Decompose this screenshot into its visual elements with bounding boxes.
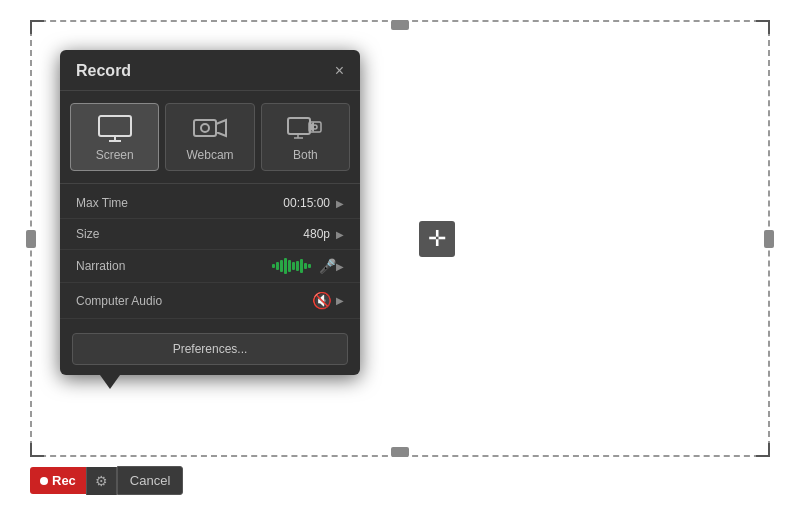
computer-audio-label: Computer Audio bbox=[76, 294, 312, 308]
webcam-icon bbox=[192, 114, 228, 142]
screen-icon bbox=[97, 114, 133, 142]
audio-bar-4 bbox=[284, 258, 287, 274]
narration-arrow[interactable]: ▶ bbox=[336, 261, 344, 272]
corner-bl bbox=[30, 443, 44, 457]
audio-bar-7 bbox=[296, 261, 299, 271]
svg-rect-7 bbox=[288, 118, 310, 134]
dialog-tail bbox=[100, 375, 120, 389]
audio-bar-6 bbox=[292, 262, 295, 270]
corner-br bbox=[756, 443, 770, 457]
max-time-label: Max Time bbox=[76, 196, 283, 210]
edge-handle-top[interactable] bbox=[391, 20, 409, 30]
rec-button[interactable]: Rec bbox=[30, 467, 86, 494]
audio-bar-5 bbox=[288, 260, 291, 272]
corner-tr bbox=[756, 20, 770, 34]
mode-screen-button[interactable]: Screen bbox=[70, 103, 159, 171]
audio-bar-10 bbox=[308, 264, 311, 268]
edge-handle-left[interactable] bbox=[26, 230, 36, 248]
speaker-muted-icon: 🔇 bbox=[312, 291, 332, 310]
audio-bar-2 bbox=[276, 262, 279, 270]
mode-webcam-button[interactable]: Webcam bbox=[165, 103, 254, 171]
mode-screen-label: Screen bbox=[96, 148, 134, 162]
record-dialog: Record × Screen Webcam bbox=[60, 50, 360, 375]
rec-dot bbox=[40, 477, 48, 485]
max-time-value: 00:15:00 bbox=[283, 196, 330, 210]
both-icon bbox=[287, 114, 323, 142]
rec-label: Rec bbox=[52, 473, 76, 488]
mic-icon: 🎤 bbox=[319, 258, 336, 274]
computer-audio-arrow[interactable]: ▶ bbox=[336, 295, 344, 306]
gear-icon: ⚙ bbox=[95, 473, 108, 489]
close-button[interactable]: × bbox=[335, 63, 344, 79]
dialog-header: Record × bbox=[60, 50, 360, 91]
preferences-button[interactable]: Preferences... bbox=[72, 333, 348, 365]
audio-bar-1 bbox=[272, 264, 275, 268]
corner-tl bbox=[30, 20, 44, 34]
settings-section: Max Time 00:15:00 ▶ Size 480p ▶ Narratio… bbox=[60, 183, 360, 323]
max-time-arrow[interactable]: ▶ bbox=[336, 198, 344, 209]
svg-marker-5 bbox=[216, 120, 226, 136]
svg-point-6 bbox=[201, 124, 209, 132]
cancel-button[interactable]: Cancel bbox=[117, 466, 183, 495]
mode-webcam-label: Webcam bbox=[186, 148, 233, 162]
audio-bar-3 bbox=[280, 260, 283, 272]
narration-bar: 🎤 bbox=[272, 258, 336, 274]
dialog-title: Record bbox=[76, 62, 131, 80]
mode-both-label: Both bbox=[293, 148, 318, 162]
edge-handle-bottom[interactable] bbox=[391, 447, 409, 457]
narration-row: Narration 🎤 ▶ bbox=[60, 250, 360, 283]
mode-buttons-container: Screen Webcam Both bbox=[60, 91, 360, 183]
bottom-toolbar: Rec ⚙ Cancel bbox=[30, 466, 183, 495]
size-arrow[interactable]: ▶ bbox=[336, 229, 344, 240]
svg-rect-4 bbox=[194, 120, 216, 136]
settings-button[interactable]: ⚙ bbox=[86, 467, 117, 495]
svg-point-13 bbox=[313, 125, 317, 129]
narration-label: Narration bbox=[76, 259, 272, 273]
audio-bar-8 bbox=[300, 259, 303, 273]
mode-both-button[interactable]: Both bbox=[261, 103, 350, 171]
max-time-row: Max Time 00:15:00 ▶ bbox=[60, 188, 360, 219]
move-icon[interactable]: ✛ bbox=[419, 221, 455, 257]
size-row: Size 480p ▶ bbox=[60, 219, 360, 250]
audio-bars bbox=[272, 258, 311, 274]
svg-rect-0 bbox=[99, 116, 131, 136]
size-label: Size bbox=[76, 227, 303, 241]
audio-bar-9 bbox=[304, 263, 307, 269]
edge-handle-right[interactable] bbox=[764, 230, 774, 248]
computer-audio-row: Computer Audio 🔇 ▶ bbox=[60, 283, 360, 319]
size-value: 480p bbox=[303, 227, 330, 241]
